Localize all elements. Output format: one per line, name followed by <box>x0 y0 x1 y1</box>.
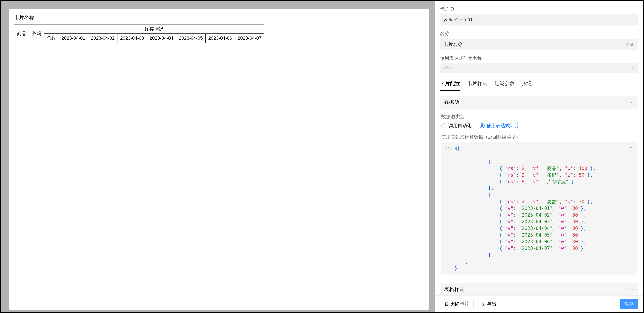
th-total: 总数 <box>44 34 59 43</box>
expr-name-select[interactable]: </> <box>440 63 638 73</box>
th-product: 商品 <box>14 24 29 43</box>
th-date: 2023-04-01 <box>59 34 88 43</box>
card-id-input[interactable] <box>440 14 638 25</box>
tab-button[interactable]: 按钮 <box>522 78 532 91</box>
label-expr-data: 使用表达式计算数据（返回数组类型） <box>441 134 637 140</box>
label-name: 名称 <box>440 30 638 37</box>
name-char-count: 4/50 <box>626 42 634 47</box>
label-datasource-type: 数据源类型 <box>441 114 637 120</box>
expression-code: ${ [ [ { "rs": 2, "v": "商品", "w": 100 },… <box>454 145 626 272</box>
th-date: 2023-04-04 <box>147 34 176 43</box>
tab-filter-params[interactable]: 过滤参数 <box>494 78 514 91</box>
trash-icon <box>444 302 449 306</box>
chevron-down-icon <box>630 66 634 70</box>
expression-icon: </> <box>444 66 451 71</box>
section-datasource-body: 数据源类型 调用自动化 使用表达式计算 使用表达式计算数据（返回数组类型） </… <box>440 109 638 280</box>
download-icon <box>481 302 486 306</box>
th-stock: 库存情况 <box>44 24 264 34</box>
save-button[interactable]: 保存 <box>620 299 638 309</box>
th-date: 2023-04-06 <box>206 34 235 43</box>
label-expr-name: 使用表达式作为名称 <box>440 55 638 61</box>
export-button[interactable]: 导出 <box>476 299 501 309</box>
delete-card-label: 删除卡片 <box>450 301 469 307</box>
radio-on-icon <box>480 123 484 128</box>
preview-pane: 卡片名称 商品 条码 库存情况 总数 2023-04-01 2023-04-02… <box>1 1 435 312</box>
chevron-down-icon <box>629 145 633 272</box>
export-label: 导出 <box>487 301 496 307</box>
section-datasource-title: 数据源 <box>444 99 459 106</box>
preview-table: 商品 条码 库存情况 总数 2023-04-01 2023-04-02 2023… <box>14 24 264 43</box>
tab-card-style[interactable]: 卡片样式 <box>467 78 487 91</box>
radio-off-icon <box>441 123 446 128</box>
tab-card-config[interactable]: 卡片配置 <box>440 78 460 91</box>
th-date: 2023-04-02 <box>88 34 118 43</box>
expression-icon: </> <box>445 145 452 272</box>
config-tabs: 卡片配置 卡片样式 过滤参数 按钮 <box>440 78 638 91</box>
label-card-id: 卡片ID <box>440 6 638 12</box>
section-datasource-header[interactable]: 数据源 <box>440 96 638 109</box>
th-date: 2023-04-07 <box>235 34 264 43</box>
config-pane: 卡片ID 名称 4/50 使用表达式作为名称 </> <box>435 1 643 312</box>
section-table-style-header[interactable]: 表格样式 <box>440 283 638 295</box>
th-date: 2023-04-05 <box>176 34 206 43</box>
footer-bar: 删除卡片 导出 保存 <box>435 295 643 312</box>
expression-editor[interactable]: </> ${ [ [ { "rs": 2, "v": "商品", "w": 10… <box>441 142 637 275</box>
card-preview: 卡片名称 商品 条码 库存情况 总数 2023-04-01 2023-04-02… <box>9 9 429 310</box>
radio-automation[interactable]: 调用自动化 <box>441 123 472 129</box>
radio-expression-label: 使用表达式计算 <box>486 123 519 129</box>
section-table-style-title: 表格样式 <box>444 286 464 293</box>
delete-card-button[interactable]: 删除卡片 <box>440 299 474 309</box>
th-barcode: 条码 <box>29 24 44 43</box>
chevron-down-icon <box>630 287 634 292</box>
radio-automation-label: 调用自动化 <box>448 123 472 129</box>
radio-expression[interactable]: 使用表达式计算 <box>480 123 519 129</box>
name-input[interactable] <box>440 39 638 50</box>
th-date: 2023-04-03 <box>118 34 147 43</box>
card-title: 卡片名称 <box>14 14 424 21</box>
save-label: 保存 <box>624 301 634 307</box>
chevron-down-icon <box>630 100 634 104</box>
